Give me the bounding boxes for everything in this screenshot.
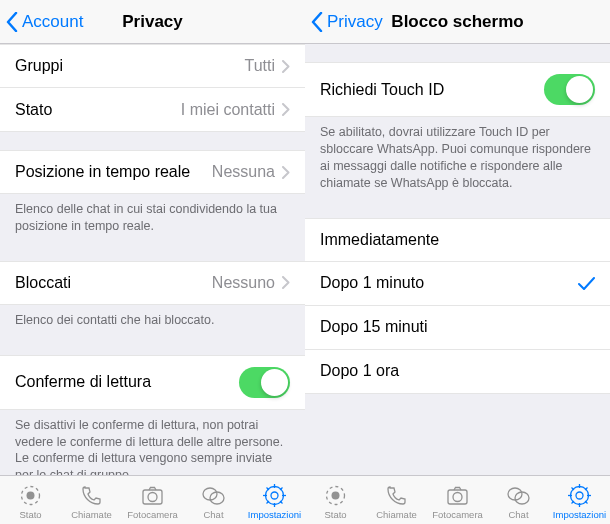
touch-id-row: Richiedi Touch ID: [305, 62, 610, 117]
cell-value: Nessuno: [212, 274, 275, 292]
cell-value: Tutti: [244, 57, 275, 75]
status-icon: [18, 483, 43, 508]
back-button[interactable]: Privacy: [305, 12, 383, 32]
cell-label: Bloccati: [15, 274, 71, 292]
svg-point-1: [27, 492, 35, 500]
content: Gruppi Tutti Stato I miei contatti Posiz…: [0, 44, 305, 475]
tab-fotocamera[interactable]: Fotocamera: [427, 476, 488, 524]
live-location-row[interactable]: Posizione in tempo reale Nessuna: [0, 150, 305, 194]
svg-point-3: [148, 493, 157, 502]
phone-icon: [79, 483, 104, 508]
tab-label: Stato: [19, 509, 41, 520]
interval-option[interactable]: Dopo 1 minuto: [305, 262, 610, 306]
tab-label: Fotocamera: [127, 509, 178, 520]
tab-label: Chat: [508, 509, 528, 520]
cell-label: Richiedi Touch ID: [320, 81, 444, 99]
back-label: Privacy: [327, 12, 383, 32]
back-label: Account: [22, 12, 83, 32]
tab-impostazioni[interactable]: Impostazioni: [549, 476, 610, 524]
camera-icon: [445, 483, 470, 508]
back-button[interactable]: Account: [0, 12, 83, 32]
tab-label: Fotocamera: [432, 509, 483, 520]
cell-label: Posizione in tempo reale: [15, 163, 190, 181]
groups-row[interactable]: Gruppi Tutti: [0, 44, 305, 88]
tab-label: Impostazioni: [553, 509, 606, 520]
touch-id-toggle[interactable]: [544, 74, 595, 105]
toggle-knob: [566, 76, 593, 103]
chevron-right-icon: [282, 166, 290, 179]
tab-impostazioni[interactable]: Impostazioni: [244, 476, 305, 524]
read-receipts-toggle[interactable]: [239, 367, 290, 398]
chevron-right-icon: [282, 60, 290, 73]
navbar: Privacy Blocco schermo: [305, 0, 610, 44]
tab-fotocamera[interactable]: Fotocamera: [122, 476, 183, 524]
interval-option[interactable]: Dopo 1 ora: [305, 350, 610, 394]
content: Richiedi Touch ID Se abilitato, dovrai u…: [305, 44, 610, 475]
svg-point-7: [271, 492, 278, 499]
check-icon: [578, 277, 595, 290]
cell-label: Dopo 1 minuto: [320, 274, 424, 292]
cell-label: Conferme di lettura: [15, 373, 151, 391]
chevron-right-icon: [282, 103, 290, 116]
tab-label: Chat: [203, 509, 223, 520]
chevron-right-icon: [282, 276, 290, 289]
cell-label: Dopo 15 minuti: [320, 318, 428, 336]
chevron-left-icon: [6, 12, 18, 32]
tab-chat[interactable]: Chat: [488, 476, 549, 524]
page-title: Privacy: [122, 12, 183, 32]
privacy-screen: Account Privacy Gruppi Tutti Stato I mie…: [0, 0, 305, 524]
tab-label: Chiamate: [71, 509, 112, 520]
gear-icon: [262, 483, 287, 508]
tab-stato[interactable]: Stato: [0, 476, 61, 524]
interval-option[interactable]: Immediatamente: [305, 218, 610, 262]
cell-label: Gruppi: [15, 57, 63, 75]
toggle-knob: [261, 369, 288, 396]
chevron-left-icon: [311, 12, 323, 32]
svg-point-17: [332, 492, 340, 500]
phone-icon: [384, 483, 409, 508]
chat-icon: [201, 483, 226, 508]
svg-point-19: [453, 493, 462, 502]
read-receipts-footer: Se disattivi le conferme di lettura, non…: [0, 410, 305, 475]
status-row[interactable]: Stato I miei contatti: [0, 88, 305, 132]
tab-chat[interactable]: Chat: [183, 476, 244, 524]
tabbar: Stato Chiamate Fotocamera Chat Impostazi…: [305, 475, 610, 524]
cell-value: Nessuna: [212, 163, 275, 181]
tab-label: Stato: [324, 509, 346, 520]
cell-value: I miei contatti: [181, 101, 275, 119]
screen-lock-screen: Privacy Blocco schermo Richiedi Touch ID…: [305, 0, 610, 524]
read-receipts-row: Conferme di lettura: [0, 355, 305, 410]
camera-icon: [140, 483, 165, 508]
tabbar: Stato Chiamate Fotocamera Chat Impostazi…: [0, 475, 305, 524]
tab-stato[interactable]: Stato: [305, 476, 366, 524]
tab-label: Chiamate: [376, 509, 417, 520]
chat-icon: [506, 483, 531, 508]
live-location-footer: Elenco delle chat in cui stai condividen…: [0, 194, 305, 243]
cell-label: Dopo 1 ora: [320, 362, 399, 380]
interval-option[interactable]: Dopo 15 minuti: [305, 306, 610, 350]
blocked-row[interactable]: Bloccati Nessuno: [0, 261, 305, 305]
status-icon: [323, 483, 348, 508]
navbar: Account Privacy: [0, 0, 305, 44]
cell-label: Immediatamente: [320, 231, 439, 249]
gear-icon: [567, 483, 592, 508]
tab-chiamate[interactable]: Chiamate: [61, 476, 122, 524]
blocked-footer: Elenco dei contatti che hai bloccato.: [0, 305, 305, 337]
page-title: Blocco schermo: [391, 12, 523, 32]
touch-id-footer: Se abilitato, dovrai utilizzare Touch ID…: [305, 117, 610, 200]
cell-label: Stato: [15, 101, 52, 119]
svg-point-23: [576, 492, 583, 499]
tab-chiamate[interactable]: Chiamate: [366, 476, 427, 524]
tab-label: Impostazioni: [248, 509, 301, 520]
